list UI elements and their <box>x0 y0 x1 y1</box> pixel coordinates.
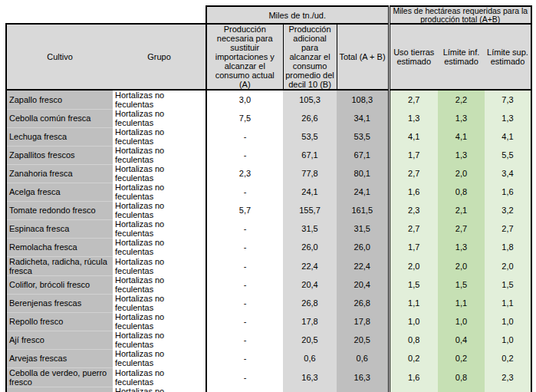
total-ab-value-cell: 26,0 <box>337 238 389 256</box>
land-use-value-cell: 4,1 <box>389 127 438 146</box>
total-ab-value-cell: 80,1 <box>337 164 389 183</box>
land-use-value-cell: 1,7 <box>389 146 438 164</box>
crop-name-cell: Berenjenas frescas <box>6 294 113 312</box>
total-ab-value-cell: 67,1 <box>337 146 389 164</box>
crop-name-cell: Zapallitos frescos <box>6 146 113 164</box>
crop-name-cell: Espinaca fresca <box>6 219 113 238</box>
total-ab-value-cell: 53,5 <box>337 127 389 146</box>
limit-inf-value-cell: 1,1 <box>438 294 485 312</box>
prod-b-value-cell: 0,6 <box>283 349 337 367</box>
limit-inf-value-cell: 0,2 <box>438 349 485 367</box>
prod-a-value-cell: - <box>206 349 283 367</box>
prod-a-value-cell: 2,3 <box>206 164 283 183</box>
prod-b-value-cell: 105,3 <box>283 90 337 109</box>
land-use-value-cell: 1,3 <box>389 109 438 127</box>
total-ab-value-cell: 31,5 <box>337 219 389 238</box>
prod-a-value-cell: 3,0 <box>206 90 283 109</box>
group-cell: Hortalizas no feculentas <box>113 183 206 201</box>
prod-b-value-cell: 20,4 <box>283 275 337 294</box>
land-use-value-cell: 2,3 <box>389 201 438 219</box>
group-cell: Hortalizas no feculentas <box>113 294 206 312</box>
limit-sup-value-cell: 4,1 <box>485 127 531 146</box>
prod-b-value-cell: 16,3 <box>283 367 337 387</box>
prod-a-value-cell: - <box>206 219 283 238</box>
land-use-value-cell: 1,5 <box>389 275 438 294</box>
limit-inf-value-cell: 2,0 <box>438 164 485 183</box>
column-header-limite-inf: Límite inf. estimado <box>438 24 485 90</box>
prod-b-value-cell: 16,2 <box>283 387 337 392</box>
total-ab-value-cell: 34,1 <box>337 109 389 127</box>
crop-name-cell: Ají fresco <box>6 331 113 349</box>
prod-a-value-cell: - <box>206 146 283 164</box>
group-cell: Hortalizas no feculentas <box>113 238 206 256</box>
limit-sup-value-cell: 1,6 <box>485 183 531 201</box>
limit-sup-value-cell: 1,5 <box>485 275 531 294</box>
total-ab-value-cell: 17,8 <box>337 312 389 331</box>
crop-name-cell: Tomate redondo fresco <box>6 201 113 219</box>
group-cell: Hortalizas no feculentas <box>113 127 206 146</box>
column-header-grupo: Grupo <box>113 24 206 90</box>
limit-inf-value-cell: 1,0 <box>438 312 485 331</box>
crops-production-table: Miles de tn./ud. Miles de hectáreas requ… <box>5 5 532 392</box>
limit-inf-value-cell: 1,3 <box>438 238 485 256</box>
total-ab-value-cell: 16,3 <box>337 367 389 387</box>
limit-inf-value-cell: 2,1 <box>438 201 485 219</box>
limit-inf-value-cell: 4,1 <box>438 127 485 146</box>
prod-b-value-cell: 20,5 <box>283 331 337 349</box>
prod-b-value-cell: 26,0 <box>283 238 337 256</box>
group-cell: Hortalizas no feculentas <box>113 219 206 238</box>
column-header-prod-a: Producción necesaria para sustituir impo… <box>206 24 283 90</box>
limit-inf-value-cell: 2,7 <box>438 219 485 238</box>
table-row: Cebolla de verdeo, puerro frescoHortaliz… <box>6 367 531 387</box>
group-header-row: Miles de tn./ud. Miles de hectáreas requ… <box>6 6 531 24</box>
limit-inf-value-cell: 0,8 <box>438 367 485 387</box>
group-cell: Hortalizas no feculentas <box>113 201 206 219</box>
land-use-value-cell: 0,2 <box>389 349 438 367</box>
prod-a-value-cell: - <box>206 312 283 331</box>
total-ab-value-cell: 0,6 <box>337 349 389 367</box>
limit-sup-value-cell: 2,3 <box>485 367 531 387</box>
table-row: Tomate redondo frescoHortalizas no fecul… <box>6 201 531 219</box>
column-header-uso-tierras: Uso tierras estimado <box>389 24 438 90</box>
table-row: Zapallitos frescosHortalizas no feculent… <box>6 146 531 164</box>
column-header-cultivo: Cultivo <box>6 24 113 90</box>
limit-sup-value-cell: 1,1 <box>485 387 531 392</box>
group-cell: Hortalizas no feculentas <box>113 312 206 331</box>
crop-name-cell: Zanahoria fresca <box>6 164 113 183</box>
limit-sup-value-cell: 1,1 <box>485 294 531 312</box>
column-header-total-ab: Total (A + B) <box>337 24 389 90</box>
limit-sup-value-cell: 1,8 <box>485 238 531 256</box>
table-row: Remolacha frescaHortalizas no feculentas… <box>6 238 531 256</box>
prod-a-value-cell: - <box>206 331 283 349</box>
production-table-sheet: Miles de tn./ud. Miles de hectáreas requ… <box>0 0 536 392</box>
crop-name-cell: Repollo fresco <box>6 312 113 331</box>
table-row: Coliflor, brócoli frescoHortalizas no fe… <box>6 275 531 294</box>
prod-b-value-cell: 77,8 <box>283 164 337 183</box>
land-use-value-cell: 1,6 <box>389 183 438 201</box>
crop-name-cell: Lechuga fresca <box>6 127 113 146</box>
total-ab-value-cell: 16,2 <box>337 387 389 392</box>
group-cell: Hortalizas no feculentas <box>113 275 206 294</box>
table-row: Ají frescoHortalizas no feculentas-20,52… <box>6 331 531 349</box>
limit-sup-value-cell: 3,2 <box>485 201 531 219</box>
prod-a-value-cell: - <box>206 183 283 201</box>
limit-inf-value-cell: 1,5 <box>438 275 485 294</box>
prod-a-value-cell: 5,7 <box>206 201 283 219</box>
limit-inf-value-cell: 2,2 <box>438 90 485 109</box>
table-row: Radicheta, radicha, rúcula frescaHortali… <box>6 256 531 275</box>
column-header-limite-sup: Límite sup. estimado <box>485 24 531 90</box>
land-use-value-cell: 1,7 <box>389 238 438 256</box>
land-use-value-cell: 0,8 <box>389 331 438 349</box>
prod-b-value-cell: 24,1 <box>283 183 337 201</box>
land-use-value-cell: 2,7 <box>389 219 438 238</box>
prod-a-value-cell: - <box>206 294 283 312</box>
total-ab-value-cell: 161,5 <box>337 201 389 219</box>
crop-name-cell: Remolacha fresca <box>6 238 113 256</box>
crop-name-cell: Cebolla común fresca <box>6 109 113 127</box>
prod-a-value-cell: - <box>206 387 283 392</box>
total-ab-value-cell: 24,1 <box>337 183 389 201</box>
prod-a-value-cell: - <box>206 127 283 146</box>
table-row: Repollo frescoHortalizas no feculentas-1… <box>6 312 531 331</box>
limit-inf-value-cell: 1,3 <box>438 146 485 164</box>
table-row: Berenjenas frescasHortalizas no feculent… <box>6 294 531 312</box>
